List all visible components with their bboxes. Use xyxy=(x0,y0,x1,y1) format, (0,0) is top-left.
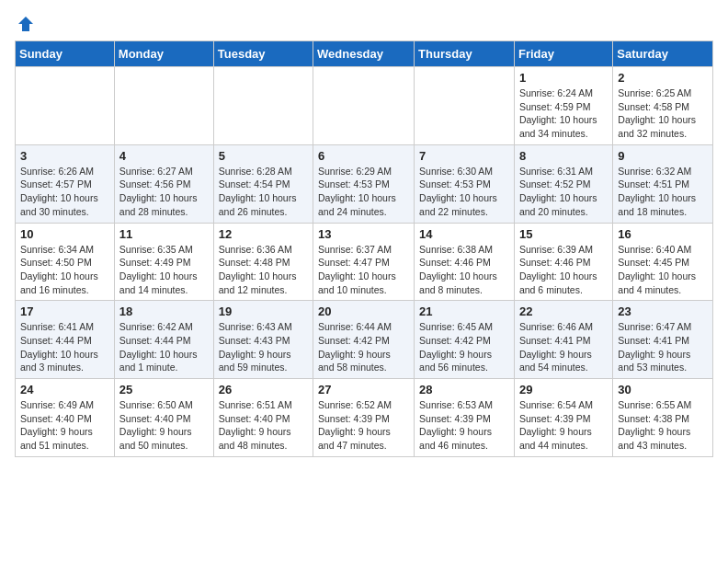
calendar-cell: 8Sunrise: 6:31 AM Sunset: 4:52 PM Daylig… xyxy=(514,144,612,223)
day-number: 18 xyxy=(119,304,209,318)
calendar-cell: 28Sunrise: 6:53 AM Sunset: 4:39 PM Dayli… xyxy=(415,379,515,457)
calendar-cell: 29Sunrise: 6:54 AM Sunset: 4:39 PM Dayli… xyxy=(514,379,612,457)
week-row-5: 24Sunrise: 6:49 AM Sunset: 4:40 PM Dayli… xyxy=(16,379,713,457)
day-number: 3 xyxy=(20,149,109,163)
day-info: Sunrise: 6:54 AM Sunset: 4:39 PM Dayligh… xyxy=(519,398,608,453)
calendar-cell: 12Sunrise: 6:36 AM Sunset: 4:48 PM Dayli… xyxy=(213,223,313,301)
week-row-3: 10Sunrise: 6:34 AM Sunset: 4:50 PM Dayli… xyxy=(16,223,713,301)
day-number: 13 xyxy=(318,227,409,241)
day-number: 6 xyxy=(318,149,409,163)
day-info: Sunrise: 6:31 AM Sunset: 4:52 PM Dayligh… xyxy=(519,165,608,219)
day-number: 9 xyxy=(618,149,708,163)
header-thursday: Thursday xyxy=(415,41,515,67)
day-info: Sunrise: 6:35 AM Sunset: 4:49 PM Dayligh… xyxy=(119,243,209,297)
day-info: Sunrise: 6:26 AM Sunset: 4:57 PM Dayligh… xyxy=(20,165,109,219)
calendar-cell: 25Sunrise: 6:50 AM Sunset: 4:40 PM Dayli… xyxy=(114,379,213,457)
day-info: Sunrise: 6:24 AM Sunset: 4:59 PM Dayligh… xyxy=(519,86,608,141)
calendar-cell: 6Sunrise: 6:29 AM Sunset: 4:53 PM Daylig… xyxy=(313,144,415,223)
calendar-cell: 2Sunrise: 6:25 AM Sunset: 4:58 PM Daylig… xyxy=(613,67,713,145)
day-info: Sunrise: 6:46 AM Sunset: 4:41 PM Dayligh… xyxy=(519,320,608,374)
header-tuesday: Tuesday xyxy=(213,41,313,67)
day-number: 12 xyxy=(219,227,308,241)
day-number: 14 xyxy=(419,227,509,241)
day-info: Sunrise: 6:32 AM Sunset: 4:51 PM Dayligh… xyxy=(618,165,708,219)
day-number: 30 xyxy=(618,383,708,396)
day-number: 21 xyxy=(419,304,509,318)
calendar-cell: 26Sunrise: 6:51 AM Sunset: 4:40 PM Dayli… xyxy=(213,379,313,457)
day-info: Sunrise: 6:41 AM Sunset: 4:44 PM Dayligh… xyxy=(20,320,109,374)
header-row: SundayMondayTuesdayWednesdayThursdayFrid… xyxy=(16,41,713,67)
day-info: Sunrise: 6:30 AM Sunset: 4:53 PM Dayligh… xyxy=(419,165,509,219)
day-number: 5 xyxy=(219,149,308,163)
calendar-cell: 22Sunrise: 6:46 AM Sunset: 4:41 PM Dayli… xyxy=(514,301,612,379)
day-info: Sunrise: 6:27 AM Sunset: 4:56 PM Dayligh… xyxy=(119,165,209,219)
calendar-cell xyxy=(16,67,115,145)
day-number: 28 xyxy=(419,383,509,396)
day-info: Sunrise: 6:50 AM Sunset: 4:40 PM Dayligh… xyxy=(119,398,209,453)
logo xyxy=(15,15,35,29)
day-number: 22 xyxy=(519,304,608,318)
header-monday: Monday xyxy=(114,41,213,67)
day-info: Sunrise: 6:55 AM Sunset: 4:38 PM Dayligh… xyxy=(618,398,708,453)
day-info: Sunrise: 6:49 AM Sunset: 4:40 PM Dayligh… xyxy=(20,398,109,453)
day-number: 23 xyxy=(618,304,708,318)
header-wednesday: Wednesday xyxy=(313,41,415,67)
day-info: Sunrise: 6:29 AM Sunset: 4:53 PM Dayligh… xyxy=(318,165,409,219)
day-info: Sunrise: 6:43 AM Sunset: 4:43 PM Dayligh… xyxy=(219,320,308,374)
day-number: 29 xyxy=(519,383,608,396)
calendar-cell: 4Sunrise: 6:27 AM Sunset: 4:56 PM Daylig… xyxy=(114,144,213,223)
calendar-cell: 13Sunrise: 6:37 AM Sunset: 4:47 PM Dayli… xyxy=(313,223,415,301)
calendar-cell: 20Sunrise: 6:44 AM Sunset: 4:42 PM Dayli… xyxy=(313,301,415,379)
day-info: Sunrise: 6:25 AM Sunset: 4:58 PM Dayligh… xyxy=(618,86,708,141)
calendar-cell: 19Sunrise: 6:43 AM Sunset: 4:43 PM Dayli… xyxy=(213,301,313,379)
day-info: Sunrise: 6:52 AM Sunset: 4:39 PM Dayligh… xyxy=(318,398,409,453)
day-info: Sunrise: 6:34 AM Sunset: 4:50 PM Dayligh… xyxy=(20,243,109,297)
header-saturday: Saturday xyxy=(613,41,713,67)
calendar-cell: 5Sunrise: 6:28 AM Sunset: 4:54 PM Daylig… xyxy=(213,144,313,223)
day-number: 25 xyxy=(119,383,209,396)
day-number: 7 xyxy=(419,149,509,163)
day-number: 15 xyxy=(519,227,608,241)
day-info: Sunrise: 6:47 AM Sunset: 4:41 PM Dayligh… xyxy=(618,320,708,374)
calendar-cell: 21Sunrise: 6:45 AM Sunset: 4:42 PM Dayli… xyxy=(415,301,515,379)
calendar-cell: 3Sunrise: 6:26 AM Sunset: 4:57 PM Daylig… xyxy=(16,144,115,223)
day-number: 20 xyxy=(318,304,409,318)
day-number: 11 xyxy=(119,227,209,241)
day-info: Sunrise: 6:36 AM Sunset: 4:48 PM Dayligh… xyxy=(219,243,308,297)
calendar-cell xyxy=(213,67,313,145)
day-number: 8 xyxy=(519,149,608,163)
calendar-cell: 11Sunrise: 6:35 AM Sunset: 4:49 PM Dayli… xyxy=(114,223,213,301)
calendar-cell xyxy=(114,67,213,145)
day-info: Sunrise: 6:39 AM Sunset: 4:46 PM Dayligh… xyxy=(519,243,608,297)
day-info: Sunrise: 6:40 AM Sunset: 4:45 PM Dayligh… xyxy=(618,243,708,297)
day-number: 24 xyxy=(20,383,109,396)
calendar-cell: 1Sunrise: 6:24 AM Sunset: 4:59 PM Daylig… xyxy=(514,67,612,145)
page-header xyxy=(15,15,713,29)
calendar-cell: 23Sunrise: 6:47 AM Sunset: 4:41 PM Dayli… xyxy=(613,301,713,379)
logo-icon xyxy=(17,15,35,33)
calendar-cell: 10Sunrise: 6:34 AM Sunset: 4:50 PM Dayli… xyxy=(16,223,115,301)
week-row-4: 17Sunrise: 6:41 AM Sunset: 4:44 PM Dayli… xyxy=(16,301,713,379)
calendar-cell: 16Sunrise: 6:40 AM Sunset: 4:45 PM Dayli… xyxy=(613,223,713,301)
day-number: 2 xyxy=(618,71,708,85)
day-number: 27 xyxy=(318,383,409,396)
calendar-cell: 18Sunrise: 6:42 AM Sunset: 4:44 PM Dayli… xyxy=(114,301,213,379)
calendar-cell xyxy=(415,67,515,145)
calendar-cell: 9Sunrise: 6:32 AM Sunset: 4:51 PM Daylig… xyxy=(613,144,713,223)
calendar-cell: 27Sunrise: 6:52 AM Sunset: 4:39 PM Dayli… xyxy=(313,379,415,457)
svg-marker-0 xyxy=(18,17,33,31)
day-info: Sunrise: 6:42 AM Sunset: 4:44 PM Dayligh… xyxy=(119,320,209,374)
header-sunday: Sunday xyxy=(16,41,115,67)
day-info: Sunrise: 6:28 AM Sunset: 4:54 PM Dayligh… xyxy=(219,165,308,219)
calendar-cell: 17Sunrise: 6:41 AM Sunset: 4:44 PM Dayli… xyxy=(16,301,115,379)
day-number: 19 xyxy=(219,304,308,318)
day-number: 10 xyxy=(20,227,109,241)
day-info: Sunrise: 6:53 AM Sunset: 4:39 PM Dayligh… xyxy=(419,398,509,453)
day-number: 16 xyxy=(618,227,708,241)
day-number: 1 xyxy=(519,71,608,85)
week-row-1: 1Sunrise: 6:24 AM Sunset: 4:59 PM Daylig… xyxy=(16,67,713,145)
day-info: Sunrise: 6:45 AM Sunset: 4:42 PM Dayligh… xyxy=(419,320,509,374)
calendar-cell: 30Sunrise: 6:55 AM Sunset: 4:38 PM Dayli… xyxy=(613,379,713,457)
week-row-2: 3Sunrise: 6:26 AM Sunset: 4:57 PM Daylig… xyxy=(16,144,713,223)
day-info: Sunrise: 6:38 AM Sunset: 4:46 PM Dayligh… xyxy=(419,243,509,297)
